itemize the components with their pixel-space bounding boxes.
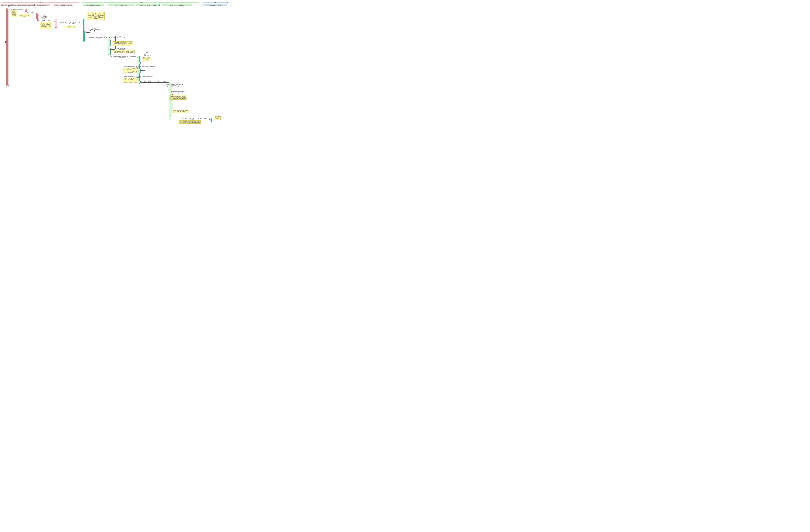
edge-e14-label: 调用parseBeanDefinitionElement(Element ele… xyxy=(142,81,167,82)
note-n8: 根据传入的文档根 节点，逐项文档中 bean的定义 xyxy=(142,57,151,61)
edge-e14 xyxy=(141,82,169,83)
activation-l6-a xyxy=(110,36,112,38)
group-load: 加载 xyxy=(82,2,199,3)
lifeline-l3 xyxy=(43,6,43,14)
vertical-process-label: 调用构造方法的整个过程 xyxy=(4,16,6,44)
lane-parser-delegate: BeanDefinitionParserDelegate xyxy=(162,4,192,6)
lane-refreshable-config: AbstractRefreshableConfigApplicationCont… xyxy=(17,4,34,6)
edge-e7-label: XmlBeanDefinitionReader调用 loadBeanDefini… xyxy=(88,36,108,39)
edge-e9c xyxy=(111,49,115,50)
edge-e12-arrow xyxy=(140,70,141,71)
edge-e17-label: registerBeanDefinition(String beanName, … xyxy=(175,118,209,120)
note-n12: 随后只处理解析到bean上的属性定 时的相关元数据 xyxy=(173,110,189,113)
edge-e12-label: 调用parseBeanDefinitions(Element root, Bea… xyxy=(122,66,156,68)
note-n10: 使用在doRegisterBeanDefinition方 法中生成的委派对象，对… xyxy=(123,78,139,83)
edge-e3-label: 调用 obtainFresh BeanFactory ()方法 xyxy=(42,15,49,19)
edge-e1-label: 调用setConfigLocations方法 xyxy=(10,9,24,10)
lane-classpath: ClassPathXmlApplicationContext xyxy=(1,4,16,6)
note-n13: 所有的容器中进行注册，但能还是并不是真正的 IOCC对象，而是bean对象反演缓… xyxy=(179,120,200,124)
lane-abstract-xml-ctx: AbstractXmlApplicationContext xyxy=(83,4,104,6)
edge-e2-label: 调用refresh()方法 xyxy=(24,12,36,14)
edge-e8-label: 调用 doLoadBeanDefinitions(Inp utSource in… xyxy=(113,36,126,41)
edge-e2-arrow xyxy=(36,13,36,14)
lane-doc-reader: DefaultBeanDefinitionDocumentReader xyxy=(136,4,160,6)
lane-refreshable-appctx: AbstractRefreshableApplicationContext xyxy=(54,4,72,6)
edge-e3b xyxy=(42,15,42,19)
activation-l1-inner xyxy=(7,9,10,85)
note-n9: 这个方法的是纯解析，用户可以通 过继承来提供实现preProcessXml和 p… xyxy=(123,68,139,74)
edge-e9-arrow xyxy=(110,49,111,50)
edge-e6-label: 调用 loadBeanDefinitions(XmlBe anDefinitio… xyxy=(89,28,101,33)
note-n5: 从ClassPathXmlApplicationContext 的 类图可以知道… xyxy=(87,12,104,20)
activation-l3-inner xyxy=(37,14,39,20)
lane-xml-reader: XmlBeanDefinitionReader xyxy=(108,4,135,6)
activation-l2 xyxy=(25,9,27,12)
edge-e5-label: 调用loadBeanDefinitions(DefaultListableBea… xyxy=(59,22,83,25)
edge-e12c xyxy=(141,70,145,71)
edge-e16-label: createBeanDefinition(@Nullable String cl… xyxy=(170,91,187,94)
edge-e7-arrow xyxy=(109,37,110,38)
activation-l4 xyxy=(55,19,57,28)
activation-l9 xyxy=(210,118,212,122)
edge-e4-label: refreshBeanFactory（） xyxy=(39,20,55,21)
edge-e11-arrow xyxy=(140,62,141,63)
edge-e3c xyxy=(39,19,42,19)
edge-e17-arrow xyxy=(209,119,210,120)
edge-l8-ret1-arrow xyxy=(171,110,172,111)
lane-listable-factory: DefaultListableBeanFactory xyxy=(202,4,227,6)
group-register: 注册 xyxy=(202,2,228,3)
note-n7: doLoadBeanDefinitions方法才是真正的执行读取配 置的方法，这… xyxy=(113,50,135,53)
note-n4: 加载配置信息 xyxy=(65,26,75,28)
edge-l8-ret2-arrow xyxy=(170,114,171,115)
edge-e3-arrow xyxy=(38,19,39,20)
edge-e15-label: parseBeanDefinitionElement(Element ele, … xyxy=(163,84,185,87)
note-n2: refresh() 方法会重启整 个容器 xyxy=(19,14,30,17)
note-n14: 也此，整 个容器 bean的加 载完成。 xyxy=(214,116,221,120)
edge-e14-arrow xyxy=(168,82,169,83)
edge-e9-label: 调用int registerBeanDefinitions(Do cument … xyxy=(115,46,128,50)
edge-e11-label: 调用 doRegisterBeanDefinitio n(Element roo… xyxy=(141,52,153,56)
lifeline-l7b xyxy=(148,84,148,89)
lifeline-l9 xyxy=(215,6,215,117)
group-locate: 定位 xyxy=(1,2,79,3)
lane-abstract-appctx: AbstractApplicationContext xyxy=(36,4,50,6)
note-n3: 该方法会将之前的IOC容 器全部关闭，并初始化一 个全新的IOC容器,用于 Sp… xyxy=(40,22,52,29)
edge-e8-arrow xyxy=(110,40,111,41)
note-n6: doLoadBeanDefinitions方法才是真正的执行读 取配置的方法，这… xyxy=(113,42,133,46)
lifeline-l7a xyxy=(148,6,148,57)
edge-e4 xyxy=(39,21,55,21)
edge-e10-label: 调用registerBeanDefinitions(Document doc, … xyxy=(108,56,139,58)
edge-e6-arrow xyxy=(85,32,86,33)
edge-e13-arrow xyxy=(140,81,141,82)
note-n11: 在该方法中对Bean定义的其他属性进 行处理，并将处理后的结果封装为 Gener… xyxy=(171,95,187,100)
edge-e8c xyxy=(111,41,115,41)
note-n1: 处理传 入的配置 文件名 称，解析 配置文件 路径 xyxy=(11,10,17,17)
